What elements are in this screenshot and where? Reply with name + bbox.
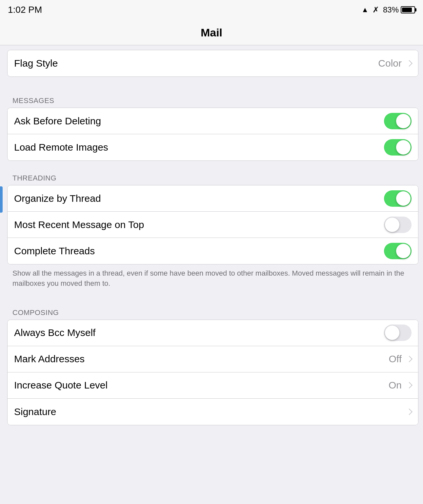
section-threading: THREADING Organize by Thread Most Recent…	[7, 167, 418, 295]
spacer-2	[7, 161, 418, 167]
signature-label: Signature	[14, 406, 56, 417]
spacer-4	[7, 425, 418, 432]
increase-quote-level-label: Increase Quote Level	[14, 380, 108, 391]
increase-quote-level-chevron	[406, 382, 413, 388]
page-title: Mail	[8, 26, 415, 39]
signature-chevron	[406, 409, 413, 415]
mark-addresses-value: Off	[389, 353, 402, 365]
battery-fill	[402, 8, 412, 12]
load-remote-images-row[interactable]: Load Remote Images	[8, 134, 418, 160]
content: Flag Style Color MESSAGES Ask Before Del…	[0, 45, 423, 432]
section-composing: COMPOSING Always Bcc Myself Mark Address…	[7, 302, 418, 425]
increase-quote-level-row[interactable]: Increase Quote Level On	[8, 372, 418, 399]
scroll-indicator	[0, 186, 3, 213]
complete-threads-toggle[interactable]	[384, 243, 412, 259]
always-bcc-myself-row[interactable]: Always Bcc Myself	[8, 320, 418, 346]
left-bar	[0, 45, 3, 432]
mark-addresses-row[interactable]: Mark Addresses Off	[8, 346, 418, 372]
battery-container: 83%	[383, 5, 415, 14]
status-bar: 1:02 PM ▲ ✗ 83%	[0, 0, 423, 20]
flag-style-right: Color	[378, 58, 412, 69]
always-bcc-myself-knob	[385, 326, 399, 340]
ask-before-deleting-label: Ask Before Deleting	[14, 116, 101, 127]
mark-addresses-label: Mark Addresses	[14, 353, 85, 365]
flag-style-row[interactable]: Flag Style Color	[8, 50, 418, 76]
increase-quote-level-value: On	[389, 380, 402, 391]
signature-right	[406, 410, 412, 414]
load-remote-images-toggle[interactable]	[384, 139, 412, 156]
most-recent-message-knob	[385, 218, 399, 232]
spacer-1	[7, 83, 418, 90]
status-time: 1:02 PM	[8, 5, 42, 15]
complete-threads-row[interactable]: Complete Threads	[8, 238, 418, 264]
ask-before-deleting-toggle[interactable]	[384, 113, 412, 129]
ask-before-deleting-knob	[396, 114, 411, 128]
threading-card: Organize by Thread Most Recent Message o…	[7, 185, 418, 264]
status-icons: ▲ ✗ 83%	[361, 5, 415, 14]
spacer-3	[7, 295, 418, 302]
flag-style-label: Flag Style	[14, 58, 58, 69]
section-messages: MESSAGES Ask Before Deleting Load Remote…	[7, 90, 418, 161]
location-icon: ▲	[361, 6, 369, 14]
most-recent-message-label: Most Recent Message on Top	[14, 219, 144, 230]
composing-section-header: COMPOSING	[7, 302, 418, 320]
section-flag-style: Flag Style Color	[7, 50, 418, 77]
complete-threads-knob	[396, 244, 411, 258]
main-content: Flag Style Color MESSAGES Ask Before Del…	[3, 45, 423, 432]
organize-by-thread-row[interactable]: Organize by Thread	[8, 185, 418, 212]
always-bcc-myself-toggle[interactable]	[384, 325, 412, 341]
load-remote-images-knob	[396, 140, 411, 155]
flag-style-value: Color	[378, 58, 402, 69]
flag-style-card: Flag Style Color	[7, 50, 418, 77]
composing-card: Always Bcc Myself Mark Addresses Off Inc…	[7, 320, 418, 425]
threading-footer: Show all the messages in a thread, even …	[7, 264, 418, 295]
complete-threads-label: Complete Threads	[14, 245, 95, 257]
most-recent-message-row[interactable]: Most Recent Message on Top	[8, 212, 418, 238]
messages-card: Ask Before Deleting Load Remote Images	[7, 108, 418, 161]
mark-addresses-right: Off	[389, 353, 412, 365]
bluetooth-icon: ✗	[373, 5, 379, 14]
organize-by-thread-knob	[396, 191, 411, 206]
ask-before-deleting-row[interactable]: Ask Before Deleting	[8, 108, 418, 134]
messages-section-header: MESSAGES	[7, 90, 418, 108]
threading-section-header: THREADING	[7, 167, 418, 185]
load-remote-images-label: Load Remote Images	[14, 142, 108, 153]
organize-by-thread-toggle[interactable]	[384, 190, 412, 207]
mark-addresses-chevron	[406, 356, 413, 362]
organize-by-thread-label: Organize by Thread	[14, 193, 101, 204]
always-bcc-myself-label: Always Bcc Myself	[14, 327, 95, 338]
nav-header: Mail	[0, 20, 423, 45]
signature-row[interactable]: Signature	[8, 399, 418, 425]
increase-quote-level-right: On	[389, 380, 412, 391]
battery-text: 83%	[383, 5, 399, 14]
most-recent-message-toggle[interactable]	[384, 217, 412, 233]
flag-style-chevron	[406, 60, 413, 67]
battery-icon	[401, 6, 415, 13]
